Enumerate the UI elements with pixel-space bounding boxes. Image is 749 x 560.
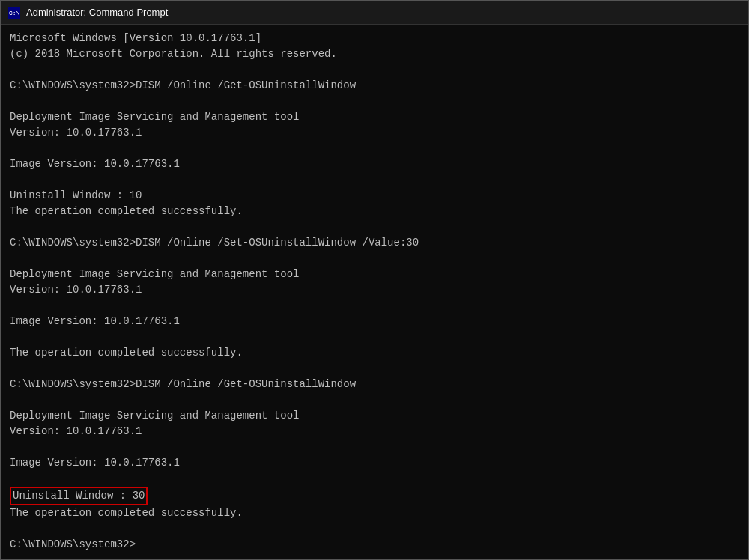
cmd-window: C:\ Administrator: Command Prompt Micros… (0, 0, 749, 560)
output-line: Image Version: 10.0.17763.1 (10, 156, 739, 172)
output-line: Version: 10.0.17763.1 (10, 282, 739, 298)
empty-line (10, 62, 739, 78)
svg-text:C:\: C:\ (9, 10, 20, 16)
output-line: Deployment Image Servicing and Managemen… (10, 109, 739, 125)
cmd-icon: C:\ (8, 7, 20, 19)
empty-line (10, 471, 739, 487)
empty-line (10, 439, 739, 455)
terminal-body[interactable]: Microsoft Windows [Version 10.0.17763.1]… (1, 25, 748, 559)
output-line: Deployment Image Servicing and Managemen… (10, 408, 739, 424)
empty-line (10, 251, 739, 267)
empty-line (10, 329, 739, 345)
output-line: Deployment Image Servicing and Managemen… (10, 267, 739, 282)
output-line: Version: 10.0.17763.1 (10, 125, 739, 141)
highlight-box: Uninstall Window : 30 (10, 487, 148, 505)
empty-line (10, 172, 739, 188)
output-line: Microsoft Windows [Version 10.0.17763.1] (10, 31, 739, 46)
empty-line (10, 298, 739, 314)
empty-line (10, 141, 739, 156)
output-line: (c) 2018 Microsoft Corporation. All righ… (10, 46, 739, 62)
window-title: Administrator: Command Prompt (26, 7, 168, 18)
output-line: Uninstall Window : 10 (10, 188, 739, 204)
output-line: C:\WINDOWS\system32>DISM /Online /Set-OS… (10, 235, 739, 251)
output-line: The operation completed successfully. (10, 345, 739, 361)
prompt-line: C:\WINDOWS\system32> (10, 537, 739, 553)
highlighted-line: Uninstall Window : 30 (10, 487, 739, 505)
empty-line (10, 361, 739, 377)
empty-line (10, 392, 739, 408)
output-line: Image Version: 10.0.17763.1 (10, 455, 739, 471)
output-line: The operation completed successfully. (10, 204, 739, 219)
output-line: C:\WINDOWS\system32>DISM /Online /Get-OS… (10, 377, 739, 392)
empty-line (10, 219, 739, 235)
output-line: Image Version: 10.0.17763.1 (10, 314, 739, 329)
output-line: C:\WINDOWS\system32>DISM /Online /Get-OS… (10, 78, 739, 94)
empty-line (10, 521, 739, 537)
output-line: The operation completed successfully. (10, 505, 739, 521)
title-bar: C:\ Administrator: Command Prompt (1, 1, 748, 25)
output-line: Version: 10.0.17763.1 (10, 424, 739, 439)
empty-line (10, 94, 739, 109)
